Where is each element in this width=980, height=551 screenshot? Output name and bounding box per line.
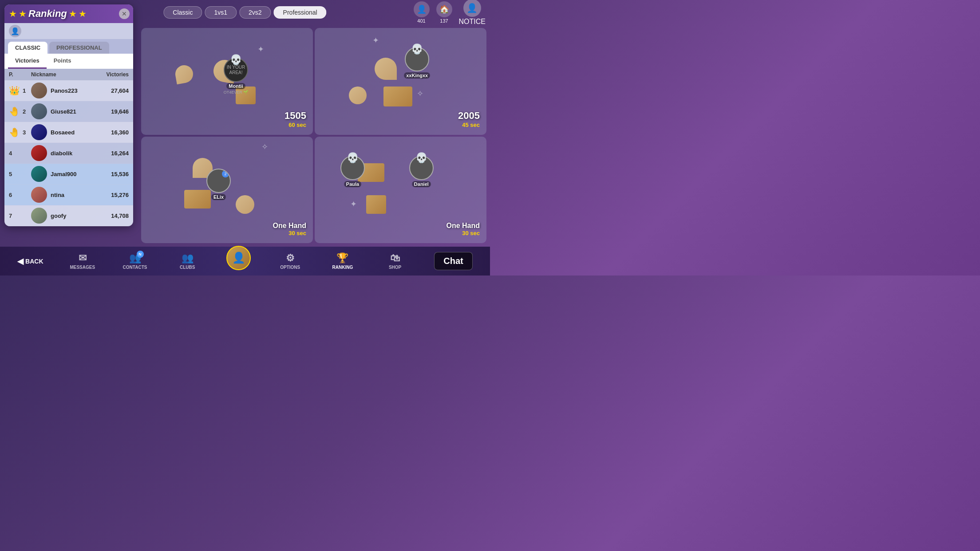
player-avatar (31, 83, 47, 98)
table-surface4b (366, 195, 386, 214)
game-table-3[interactable]: ♦ 2 ELix One Hand 30 sec (141, 137, 313, 244)
player-avatar (31, 145, 47, 161)
rank-cell: 👑 1 (9, 85, 31, 96)
nav-item-messages[interactable]: ✉ MESSAGES (69, 252, 96, 270)
skull-icon-paula: 💀 (347, 152, 359, 164)
chat-button[interactable]: Chat (434, 252, 472, 270)
victories-value: 16,360 (93, 129, 129, 136)
bottom-navigation: ◀ BACK ✉ MESSAGES 👥 N CONTACTS 👥 CLUBS 👤… (0, 247, 490, 276)
victories-value: 19,646 (93, 108, 129, 115)
tab-type-classic[interactable]: CLASSIC (8, 42, 47, 54)
table-info4: One Hand 30 sec (446, 222, 480, 236)
game-table-1[interactable]: 💀 IN YOURAREA! Montii OT4EVER 🌱 1505 60 … (141, 28, 313, 135)
player-name: Panos223 (51, 87, 78, 94)
player-name-xxkingxx: xxKingxx (404, 72, 430, 79)
nav-item-ranking[interactable]: 🏆 RANKING (329, 252, 356, 270)
table-row[interactable]: 7 goofy 14,708 (4, 205, 133, 226)
options-icon: ⚙ (286, 252, 295, 264)
back-button[interactable]: ◀ BACK (17, 256, 43, 266)
nav-item-contacts[interactable]: 👥 N CONTACTS (122, 252, 148, 270)
rank-cell: 7 (9, 213, 31, 219)
star-left-icon: ★ (9, 8, 17, 19)
nav-item-clubs[interactable]: 👥 CLUBS (174, 252, 201, 270)
clubs-icon: 👥 (182, 252, 194, 264)
table-row[interactable]: 6 ntina 15,276 (4, 185, 133, 205)
col-victories: Victories (93, 71, 129, 78)
player-name-daniel: Daniel (412, 181, 431, 187)
ranking-table-header: P. Nickname Victories (4, 69, 133, 80)
table-scene-3: ♦ 2 ELix One Hand 30 sec (141, 137, 313, 244)
game-table-2[interactable]: 💀 xxKingxx 2005 45 sec (315, 28, 486, 135)
back-label: BACK (25, 258, 43, 265)
player-bubble-montii: 💀 IN YOURAREA! Montii OT4EVER 🌱 (224, 58, 249, 94)
rank-number: 6 (9, 192, 12, 198)
player-avatar (31, 124, 47, 140)
notice-icon: 👤 (463, 0, 481, 17)
rank-cell: 6 (9, 192, 31, 198)
notice-button[interactable]: 👤 NOTICE (459, 0, 486, 26)
star-left2-icon: ★ (19, 8, 27, 19)
table-timer: 60 sec (285, 122, 306, 128)
rank-number: 7 (9, 213, 12, 219)
game-table-4[interactable]: 💀 Paula 💀 Daniel One Hand 30 sec (315, 137, 486, 244)
col-nickname: Nickname (31, 71, 93, 78)
contacts-label: CONTACTS (123, 265, 147, 270)
current-user-avatar: 👤 (9, 25, 21, 37)
back-arrow-icon: ◀ (17, 256, 24, 266)
tables-icon-group[interactable]: 🏠 137 (436, 1, 452, 24)
player-name: goofy (51, 213, 66, 219)
player-cell: Bosaeed (31, 124, 93, 140)
player-bubble-xxkingxx: 💀 xxKingxx (404, 47, 430, 79)
tab-type-professional[interactable]: PROFESSIONAL (49, 42, 109, 54)
table-timer4: 30 sec (446, 230, 480, 236)
tables-icon: 🏠 (436, 1, 452, 17)
player-bubble-elix: ♦ 2 ELix (206, 169, 231, 200)
tab-2vs2[interactable]: 2vs2 (239, 6, 271, 19)
nav-item-shop[interactable]: 🛍 SHOP (382, 252, 408, 270)
chair-right3 (236, 195, 254, 214)
table-scene-2: 💀 xxKingxx 2005 45 sec (315, 28, 486, 135)
tables-count: 137 (440, 18, 448, 24)
ranking-nav-label: RANKING (332, 265, 353, 270)
player-cell: diabolik (31, 145, 93, 161)
tab-1vs1[interactable]: 1vs1 (205, 6, 237, 19)
table-row[interactable]: 4 diabolik 16,264 (4, 143, 133, 164)
friends-icon: 👤 (414, 1, 430, 17)
player-bubble-paula: 💀 Paula (340, 156, 365, 187)
player-avatar (31, 187, 47, 203)
nav-center-avatar[interactable]: 👤 (226, 246, 251, 270)
sub-tab-victories[interactable]: Victories (8, 54, 47, 69)
tab-classic[interactable]: Classic (163, 6, 202, 19)
rank-cell: 5 (9, 171, 31, 177)
options-label: OPTIONS (280, 265, 300, 270)
clubs-label: CLUBS (180, 265, 195, 270)
tab-professional[interactable]: Professional (274, 6, 327, 19)
table-row[interactable]: 👑 1 Panos223 27,604 (4, 80, 133, 101)
table-row[interactable]: 🤚 3 Bosaeed 16,360 (4, 122, 133, 143)
table-row[interactable]: 🤚 2 Giuse821 19,646 (4, 101, 133, 122)
victories-value: 16,264 (93, 150, 129, 157)
player-name-montii: Montii (226, 83, 245, 89)
player-avatar (31, 166, 47, 182)
player-cell: Jamal900 (31, 166, 93, 182)
player-name-paula: Paula (344, 181, 361, 187)
player-avatar (31, 103, 47, 119)
player-name-elix: ELix (211, 194, 226, 200)
table-score-area2: 2005 45 sec (458, 110, 480, 128)
rank-cell: 4 (9, 150, 31, 157)
chair-left2 (349, 87, 367, 104)
nav-item-options[interactable]: ⚙ OPTIONS (277, 252, 304, 270)
notice-label: NOTICE (459, 18, 486, 26)
player-name: Bosaeed (51, 129, 75, 136)
close-button[interactable]: ✕ (119, 8, 130, 19)
sub-tab-points[interactable]: Points (47, 54, 79, 69)
player-badge-montii: OT4EVER 🌱 (224, 90, 249, 94)
ranking-header: ★ ★ Ranking ★ ★ ✕ (4, 4, 133, 23)
table-scene-1: 💀 IN YOURAREA! Montii OT4EVER 🌱 1505 60 … (141, 28, 313, 135)
table-row[interactable]: 5 Jamal900 15,536 (4, 164, 133, 185)
friends-icon-group[interactable]: 👤 401 (414, 1, 430, 24)
col-position: P. (9, 71, 31, 78)
contacts-icon: 👥 N (129, 252, 141, 264)
rank-number: 5 (9, 171, 12, 177)
table-surface2 (383, 87, 412, 106)
